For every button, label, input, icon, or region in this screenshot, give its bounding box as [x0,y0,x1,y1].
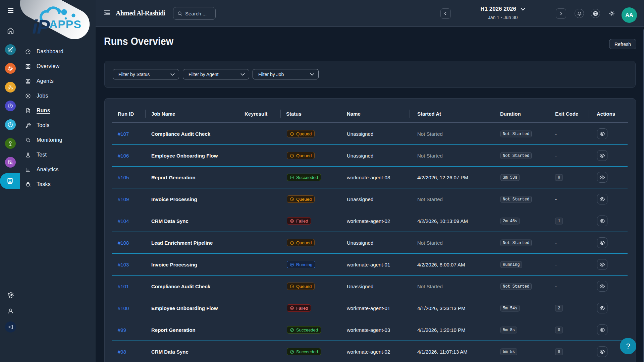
svg-text:APPS: APPS [49,18,82,31]
svg-text:iP: iP [32,16,50,37]
